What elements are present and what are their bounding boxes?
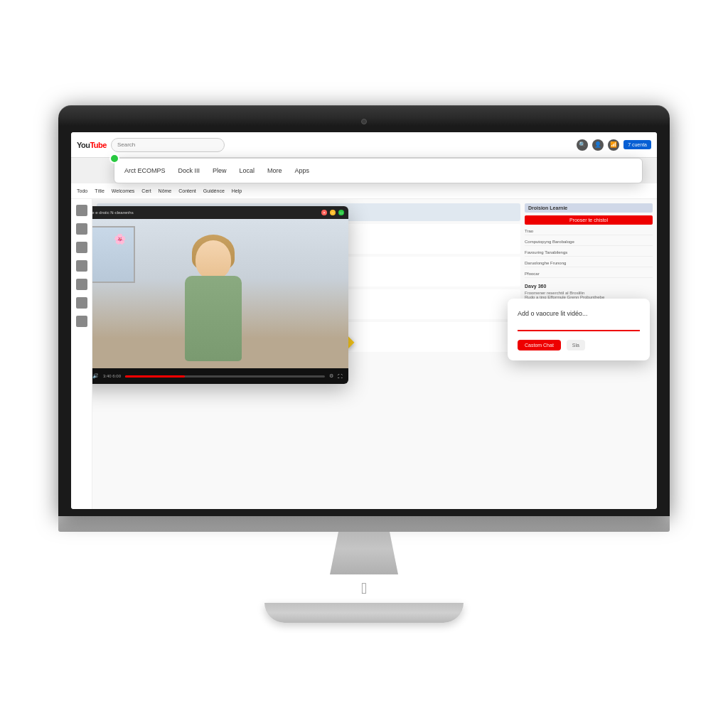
menu-item-plew[interactable]: Plew xyxy=(213,167,227,174)
person-head xyxy=(196,240,231,279)
cat-content[interactable]: Content xyxy=(178,188,196,193)
header-right: 🔍 👤 📶 7 cuenta xyxy=(577,139,651,151)
imac-screen: YouTube 🔍 👤 📶 7 cuenta Arct ECOMPS Dock … xyxy=(71,132,657,509)
app-menu-bar: Arct ECOMPS Dock III Plew Local More App… xyxy=(114,158,643,183)
fullscreen-icon[interactable]: ⛶ xyxy=(338,374,343,379)
sidebar-settings-icon[interactable] xyxy=(76,316,87,327)
volume-icon[interactable]: 🔊 xyxy=(92,373,99,379)
person-body xyxy=(185,276,242,361)
wifi-icon: 📶 xyxy=(608,139,619,151)
sidebar-library-icon[interactable] xyxy=(76,260,87,272)
search-input[interactable] xyxy=(111,138,225,152)
cat-guide[interactable]: Guidénce xyxy=(203,188,225,193)
imac-computer: YouTube 🔍 👤 📶 7 cuenta Arct ECOMPS Dock … xyxy=(58,105,670,623)
search-icon[interactable]: 🔍 xyxy=(577,139,588,151)
right-item-4[interactable]: Daruolonghe Frunong xyxy=(525,259,653,267)
menu-item-about[interactable]: Arct ECOMPS xyxy=(124,167,166,174)
yt-logo-tube: Tube xyxy=(90,141,106,149)
yt-header: YouTube 🔍 👤 📶 7 cuenta xyxy=(71,132,657,158)
minimize-icon[interactable]: – xyxy=(330,210,336,215)
cat-cert[interactable]: Cert xyxy=(141,188,151,193)
dialog-secondary-button[interactable]: Sla xyxy=(567,340,585,350)
page-body: D02REGISTRATION desc text placeholder Bo… xyxy=(71,199,657,509)
sidebar-trending-icon[interactable] xyxy=(76,223,87,235)
signin-button[interactable]: 7 cuenta xyxy=(623,140,651,149)
cat-welcome[interactable]: Welcomes xyxy=(112,188,135,193)
video-time: 3:40 6:00 xyxy=(103,374,121,378)
cat-help[interactable]: Help xyxy=(232,188,242,193)
category-bar: Todo Títle Welcomes Cert Nôme Content Gu… xyxy=(71,183,657,199)
imac-stand-neck xyxy=(321,532,407,574)
sidebar xyxy=(71,199,92,509)
yt-logo: YouTube xyxy=(77,141,107,149)
yt-logo-you: You xyxy=(77,141,90,149)
right-item-5[interactable]: Pfoocar xyxy=(525,270,653,278)
settings-icon[interactable]: ⚙ xyxy=(329,373,333,379)
right-item-1[interactable]: Trao xyxy=(525,228,653,235)
menu-item-more[interactable]: More xyxy=(267,167,282,174)
dialog-popup: Add o vaocure lit vidéo... Castom Chat S… xyxy=(508,299,650,360)
day-title: Davy 360 xyxy=(525,284,653,289)
main-content: D02REGISTRATION desc text placeholder Bo… xyxy=(92,199,657,509)
cat-todo[interactable]: Todo xyxy=(77,188,87,193)
close-icon[interactable]: ✕ xyxy=(321,210,327,215)
sidebar-subscriptions-icon[interactable] xyxy=(76,242,87,253)
video-controls-bar: ▶ 🔊 3:40 6:00 ⚙ ⛶ xyxy=(92,368,348,384)
maximize-icon[interactable]: □ xyxy=(338,210,344,215)
right-item-2[interactable]: Computopyng Barobaloge xyxy=(525,238,653,246)
sidebar-history-icon[interactable] xyxy=(76,279,87,290)
right-section-title: Droision Learnie xyxy=(525,203,653,213)
imac-monitor: YouTube 🔍 👤 📶 7 cuenta Arct ECOMPS Dock … xyxy=(58,105,670,516)
popup-window-controls: ✕ – □ xyxy=(321,210,344,215)
popup-header: Whtile e droiic N-clearenhs ✕ – □ xyxy=(92,206,348,219)
progress-bar[interactable] xyxy=(125,375,325,378)
video-popup: Whtile e droiic N-clearenhs ✕ – □ xyxy=(92,206,348,384)
screen-content: YouTube 🔍 👤 📶 7 cuenta Arct ECOMPS Dock … xyxy=(71,132,657,509)
imac-bezel-top xyxy=(71,115,657,128)
cat-name[interactable]: Nôme xyxy=(159,188,172,193)
right-red-button[interactable]: Prooser te chistol xyxy=(525,215,653,225)
user-icon[interactable]: 👤 xyxy=(592,139,604,151)
sidebar-watch-later-icon[interactable] xyxy=(76,297,87,309)
dialog-buttons: Castom Chat Sla xyxy=(518,340,640,350)
person-container xyxy=(92,219,348,368)
imac-stand-base xyxy=(264,603,464,623)
popup-title: Whtile e droiic N-clearenhs xyxy=(92,210,134,215)
dialog-input[interactable] xyxy=(518,323,640,331)
apple-logo:  xyxy=(361,574,367,603)
dialog-primary-button[interactable]: Castom Chat xyxy=(518,340,561,350)
progress-fill xyxy=(125,375,185,378)
sidebar-home-icon[interactable] xyxy=(76,205,87,216)
menu-item-dock[interactable]: Dock III xyxy=(178,167,200,174)
menu-item-apps[interactable]: Apps xyxy=(295,167,310,174)
menu-item-local[interactable]: Local xyxy=(240,167,255,174)
dialog-title: Add o vaocure lit vidéo... xyxy=(518,310,640,317)
right-item-3[interactable]: Favouring Tanabilengs xyxy=(525,249,653,257)
imac-camera xyxy=(361,119,367,124)
imac-chin xyxy=(58,516,670,532)
cat-title[interactable]: Títle xyxy=(95,188,105,193)
green-dot-icon xyxy=(109,154,119,164)
video-area: 🌸 xyxy=(92,219,348,368)
